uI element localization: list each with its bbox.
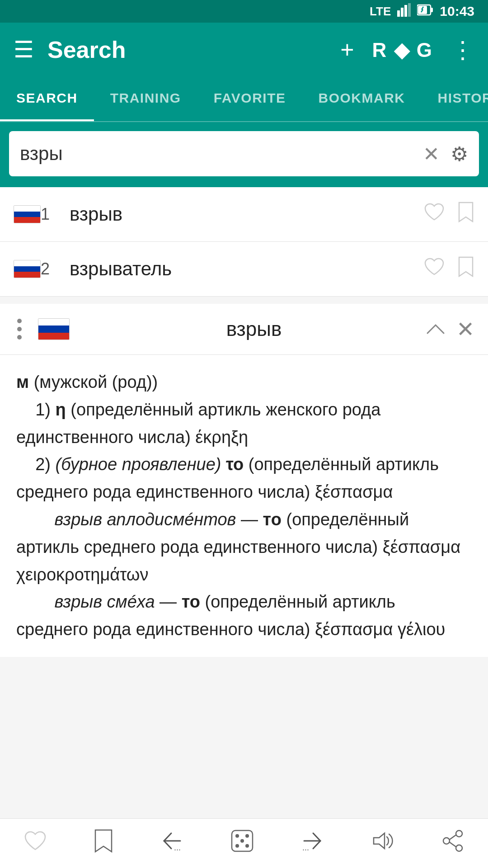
bottom-forward-button[interactable]: ...: [300, 830, 324, 856]
svg-point-22: [456, 845, 462, 851]
svg-rect-2: [404, 5, 407, 17]
app-bar-actions: + R ◆ G ⋮: [340, 36, 474, 63]
detail-flag: [38, 318, 70, 340]
svg-line-24: [450, 835, 456, 840]
result-word-2: взрыватель: [70, 258, 424, 280]
svg-rect-1: [401, 8, 404, 17]
result-actions-2: [424, 256, 474, 282]
article-ex2: то: [182, 592, 200, 611]
tab-bookmark[interactable]: BOOKMARK: [302, 77, 421, 121]
signal-icon: [397, 3, 411, 20]
bookmark-button-2[interactable]: [457, 256, 474, 282]
result-number-2: 2: [41, 259, 59, 278]
add-button[interactable]: +: [340, 36, 354, 63]
app-bar: ☰ Search + R ◆ G ⋮: [0, 23, 488, 77]
svg-point-17: [240, 839, 244, 843]
result-item-2[interactable]: 2 взрыватель: [0, 242, 488, 297]
tab-search[interactable]: SEARCH: [0, 77, 94, 121]
meaning-2: (бурное проявление): [56, 455, 221, 474]
definition-content: м (мужской (род)) 1) η (определённый арт…: [0, 355, 488, 657]
result-number-1: 1: [41, 205, 59, 224]
svg-point-23: [443, 838, 450, 844]
detail-collapse-button[interactable]: [426, 318, 446, 340]
bookmark-button-1[interactable]: [457, 202, 474, 227]
flag-icon-2: [14, 260, 41, 278]
search-settings-button[interactable]: ⚙: [450, 142, 468, 165]
battery-icon: [417, 3, 433, 20]
gender-label: м: [16, 373, 29, 392]
bottom-back-button[interactable]: ...: [160, 830, 184, 856]
detail-close-button[interactable]: ✕: [456, 316, 474, 342]
lte-icon: LTE: [370, 5, 391, 19]
detail-word: взрыв: [82, 318, 426, 340]
bottom-share-button[interactable]: [441, 829, 465, 858]
svg-point-15: [235, 844, 239, 848]
svg-line-25: [450, 842, 456, 847]
menu-icon[interactable]: ☰: [14, 38, 34, 61]
article-ex1: то: [263, 510, 282, 529]
results-list: 1 взрыв 2: [0, 187, 488, 297]
detail-dots-button[interactable]: [14, 319, 25, 340]
svg-point-21: [456, 830, 462, 837]
bottom-favorite-button[interactable]: [23, 830, 47, 856]
svg-marker-20: [374, 833, 385, 849]
tab-training[interactable]: TRAINING: [94, 77, 197, 121]
search-clear-button[interactable]: ✕: [423, 142, 440, 165]
svg-point-13: [235, 834, 239, 838]
article-1: η: [56, 400, 66, 419]
bottom-toolbar: ... ...: [0, 818, 488, 868]
bottom-bookmark-button[interactable]: [94, 829, 113, 858]
example-1: взрыв аплодисмéнтов: [54, 510, 236, 529]
main-content: 1 взрыв 2: [0, 187, 488, 711]
svg-rect-3: [408, 3, 411, 17]
bottom-volume-button[interactable]: [371, 830, 394, 856]
search-box: ✕ ⚙: [9, 131, 479, 176]
result-word-1: взрыв: [70, 203, 424, 225]
detail-panel: взрыв ✕ м (мужской (род)) 1) η (определё…: [0, 304, 488, 657]
result-item-1[interactable]: 1 взрыв: [0, 187, 488, 242]
definition-text: м (мужской (род)) 1) η (определённый арт…: [16, 368, 472, 643]
detail-header: взрыв ✕: [0, 304, 488, 355]
svg-point-16: [245, 844, 249, 848]
tabs-bar: SEARCH TRAINING FAVORITE BOOKMARK HISTOR: [0, 77, 488, 122]
app-title: Search: [47, 36, 340, 63]
svg-rect-0: [397, 10, 400, 17]
svg-text:...: ...: [302, 843, 309, 851]
bottom-dice-button[interactable]: [230, 829, 254, 858]
article-2: το: [226, 455, 244, 474]
more-options-button[interactable]: ⋮: [451, 36, 474, 63]
status-bar: LTE 10:43: [0, 0, 488, 23]
search-container: ✕ ⚙: [0, 122, 488, 187]
tab-history[interactable]: HISTOR: [421, 77, 488, 121]
svg-text:...: ...: [174, 843, 181, 851]
result-actions-1: [424, 202, 474, 227]
tab-favorite[interactable]: FAVORITE: [197, 77, 302, 121]
flag-icon-1: [14, 205, 41, 223]
time-display: 10:43: [440, 4, 474, 19]
search-input[interactable]: [20, 143, 423, 165]
example-2: взрыв смéха: [54, 592, 155, 611]
svg-point-14: [245, 834, 249, 838]
status-icons: LTE 10:43: [370, 3, 474, 20]
rdg-button[interactable]: R ◆ G: [372, 38, 433, 61]
svg-rect-5: [431, 8, 433, 12]
favorite-button-1[interactable]: [424, 203, 445, 226]
favorite-button-2[interactable]: [424, 257, 445, 281]
